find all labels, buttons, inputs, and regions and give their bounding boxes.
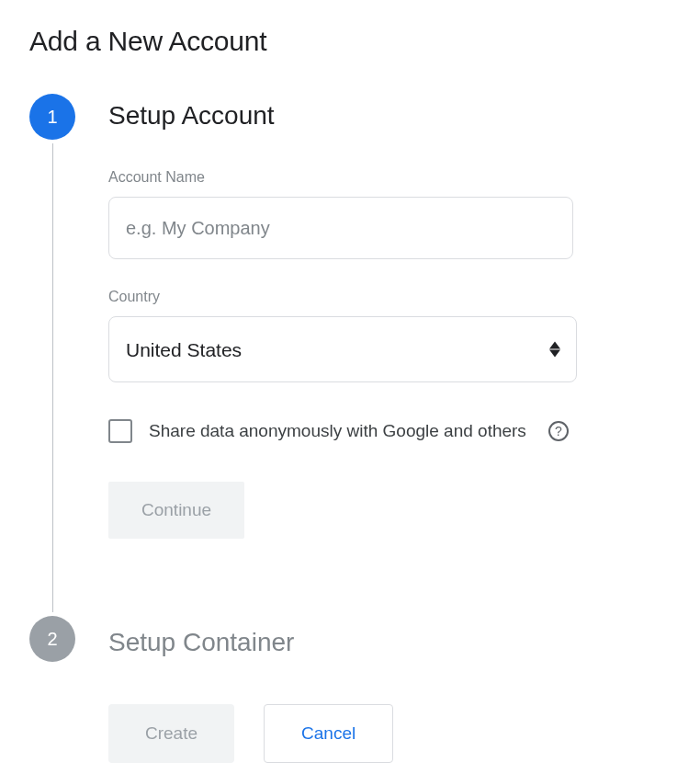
stepper: 1 Setup Account Account Name Country Uni…	[29, 94, 671, 662]
form-section: Account Name Country United States	[108, 169, 671, 539]
step-2-title: Setup Container	[108, 620, 671, 657]
help-icon[interactable]: ?	[548, 421, 569, 441]
cancel-button[interactable]: Cancel	[264, 704, 393, 763]
footer-buttons: Create Cancel	[108, 704, 671, 763]
step-1-content: Setup Account Account Name Country Unite…	[75, 94, 671, 557]
share-data-row: Share data anonymously with Google and o…	[108, 419, 671, 443]
step-2: 2 Setup Container	[29, 616, 671, 662]
country-group: Country United States	[108, 289, 671, 382]
country-select-wrap: United States	[108, 316, 577, 382]
account-name-input[interactable]	[108, 197, 573, 259]
step-1: 1 Setup Account Account Name Country Uni…	[29, 94, 671, 616]
step-1-circle: 1	[29, 94, 75, 140]
step-2-circle: 2	[29, 616, 75, 662]
create-button[interactable]: Create	[108, 704, 234, 763]
step-indicator-col: 1	[29, 94, 75, 616]
step-2-content: Setup Container	[75, 620, 671, 657]
country-label: Country	[108, 289, 671, 305]
continue-button[interactable]: Continue	[108, 482, 244, 539]
step-1-title: Setup Account	[108, 94, 671, 131]
account-name-group: Account Name	[108, 169, 671, 259]
account-name-label: Account Name	[108, 169, 671, 186]
country-select[interactable]: United States	[108, 316, 577, 382]
step-line	[52, 143, 53, 612]
step-indicator-col: 2	[29, 616, 75, 662]
share-data-checkbox[interactable]	[108, 419, 132, 443]
page-title: Add a New Account	[29, 26, 671, 57]
share-data-label: Share data anonymously with Google and o…	[149, 421, 526, 441]
